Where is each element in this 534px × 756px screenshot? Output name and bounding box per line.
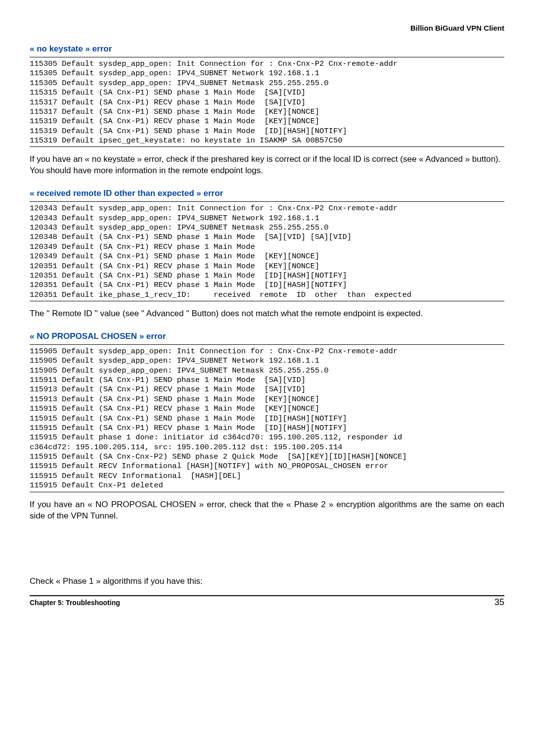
divider	[30, 57, 504, 57]
divider	[30, 301, 504, 301]
explain-remoteid: The '' Remote ID '' value (see '' Advanc…	[30, 308, 504, 320]
divider	[30, 492, 504, 492]
footer-page-number: 35	[494, 597, 504, 608]
divider	[30, 201, 504, 202]
explain-nokeystate: If you have an « no keystate » error, ch…	[30, 154, 504, 177]
code-block-remoteid: 120343 Default sysdep_app_open: Init Con…	[30, 203, 504, 301]
explain-phase1: Check « Phase 1 » algorithms if you have…	[30, 576, 504, 587]
section-title-nokeystate: « no keystate » error	[30, 44, 504, 54]
divider	[30, 146, 504, 147]
section-title-remoteid: « received remote ID other than expected…	[30, 189, 504, 198]
footer-chapter: Chapter 5: Troubleshooting	[30, 599, 120, 607]
code-block-noproposal: 115905 Default sysdep_app_open: Init Con…	[30, 346, 504, 492]
explain-noproposal: If you have an « NO PROPOSAL CHOSEN » er…	[30, 499, 504, 522]
code-block-nokeystate: 115305 Default sysdep_app_open: Init Con…	[30, 58, 504, 146]
footer-divider	[30, 595, 504, 596]
divider	[30, 344, 504, 345]
section-title-noproposal: « NO PROPOSAL CHOSEN » error	[30, 331, 504, 341]
product-header: Billion BiGuard VPN Client	[30, 24, 504, 32]
